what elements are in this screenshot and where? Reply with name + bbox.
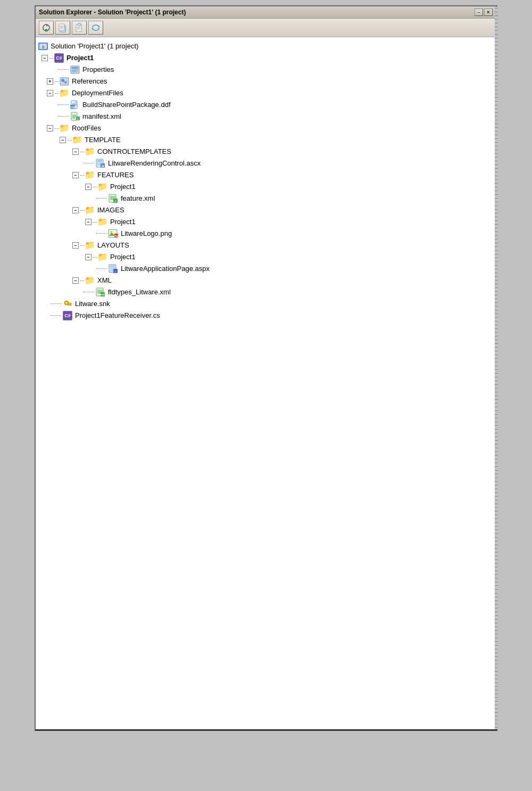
tree-node-template[interactable]: − 📁 TEMPLATE	[38, 134, 494, 146]
tree-node-ddf[interactable]: DDF BuildSharePointPackage.ddf	[38, 99, 494, 111]
layouts-project1-label: Project1	[110, 252, 136, 262]
layouts-project1-folder-icon: 📁	[97, 252, 108, 262]
features-folder-icon: 📁	[85, 170, 95, 180]
copy-button[interactable]	[55, 21, 70, 35]
template-folder-icon: 📁	[72, 135, 82, 145]
manifest-label: manifest.xml	[82, 111, 121, 122]
tree-node-project[interactable]: − C# Project1	[38, 52, 494, 64]
svg-rect-41	[97, 160, 102, 162]
deploymentfiles-label: DeploymentFiles	[72, 88, 123, 98]
tree-node-rootfiles[interactable]: − 📁 RootFiles	[38, 122, 494, 134]
tree-node-manifest[interactable]: ≡ manifest.xml	[38, 111, 494, 122]
tree-node-xml[interactable]: − 📁 XML	[38, 275, 494, 286]
tree-node-layouts-project1[interactable]: − 📁 Project1	[38, 251, 494, 263]
ascx-label: LitwareRenderingControl.ascx	[108, 158, 201, 169]
template-label: TEMPLATE	[85, 135, 121, 145]
features-expand-btn[interactable]: −	[72, 172, 79, 178]
images-label: IMAGES	[97, 205, 124, 216]
svg-text:≡: ≡	[114, 200, 117, 203]
png-label: LitwareLogo.png	[121, 228, 172, 239]
references-expand-btn[interactable]: +	[47, 78, 53, 85]
xml-folder-icon: 📁	[85, 276, 95, 285]
images-project1-expand-btn[interactable]: −	[85, 219, 92, 225]
aspx-label: LitwareApplicationPage.aspx	[121, 263, 210, 274]
tree-node-references[interactable]: + References	[38, 76, 494, 87]
project-label: Project1	[66, 53, 94, 63]
solution-icon: S	[38, 42, 48, 51]
rootfiles-folder-icon: 📁	[59, 123, 70, 133]
sync-button[interactable]	[88, 21, 103, 35]
svg-point-75	[65, 302, 68, 304]
png-icon: PNG	[108, 229, 119, 238]
fldtypes-label: fldtypes_Litware.xml	[108, 287, 171, 298]
svg-rect-78	[68, 304, 69, 306]
tree-node-cs[interactable]: C# Project1FeatureReceiver.cs	[38, 310, 494, 322]
xml-expand-btn[interactable]: −	[72, 277, 79, 284]
svg-marker-13	[92, 28, 93, 30]
images-project1-label: Project1	[110, 217, 136, 227]
csharp-file-icon: C#	[63, 311, 72, 320]
manifest-icon: ≡	[70, 112, 80, 121]
tree-node-aspx[interactable]: ≡ LitwareApplicationPage.aspx	[38, 263, 494, 275]
feature-icon: ≡	[108, 194, 119, 203]
tree-container: S Solution 'Project1' (1 project) − C# P…	[36, 37, 496, 729]
csharp-icon: C#	[54, 53, 64, 63]
paste-button[interactable]	[72, 21, 87, 35]
tree-node-fldtypes[interactable]: XML fldtypes_Litware.xml	[38, 286, 494, 298]
xml-folder-label: XML	[97, 275, 112, 286]
images-expand-btn[interactable]: −	[72, 207, 79, 213]
template-expand-btn[interactable]: −	[60, 137, 66, 143]
snk-label: Litware.snk	[75, 299, 110, 309]
tree-node-features[interactable]: − 📁 FEATURES	[38, 169, 494, 181]
tree-node-controltemplates[interactable]: − 📁 CONTROLTEMPLATES	[38, 146, 494, 158]
layouts-expand-btn[interactable]: −	[72, 242, 79, 249]
title-bar-buttons: – ✕	[475, 9, 493, 16]
tree-node-layouts[interactable]: − 📁 LAYOUTS	[38, 240, 494, 251]
featurexml-label: feature.xml	[121, 193, 155, 204]
refresh-icon	[41, 23, 51, 32]
features-project1-folder-icon: 📁	[97, 182, 108, 192]
svg-rect-8	[78, 23, 81, 26]
sync-icon	[91, 23, 101, 32]
references-label: References	[72, 76, 107, 87]
layouts-folder-icon: 📁	[85, 241, 95, 250]
svg-rect-18	[72, 67, 78, 69]
tree-node-images-project1[interactable]: − 📁 Project1	[38, 216, 494, 228]
svg-point-1	[45, 29, 47, 31]
svg-text:PNG: PNG	[114, 235, 119, 237]
features-label: FEATURES	[97, 170, 134, 180]
tree-node-solution[interactable]: S Solution 'Project1' (1 project)	[38, 40, 494, 52]
svg-rect-77	[70, 304, 71, 306]
tree-node-properties[interactable]: Properties	[38, 64, 494, 76]
ascx-icon: ⊞	[95, 159, 106, 168]
svg-rect-60	[110, 266, 115, 267]
controltemplates-expand-btn[interactable]: −	[72, 149, 79, 155]
references-icon	[59, 77, 70, 86]
tree-node-ascx[interactable]: ⊞ LitwareRenderingControl.ascx	[38, 158, 494, 169]
tree-node-features-project1[interactable]: − 📁 Project1	[38, 181, 494, 193]
tree-node-images[interactable]: − 📁 IMAGES	[38, 204, 494, 216]
copy-icon	[58, 23, 68, 32]
svg-text:DDF: DDF	[70, 106, 75, 109]
deploymentfiles-expand-btn[interactable]: −	[47, 90, 53, 96]
tree-node-snk[interactable]: Litware.snk	[38, 298, 494, 310]
tree-node-deploymentfiles[interactable]: − 📁 DeploymentFiles	[38, 87, 494, 99]
tree-node-featurexml[interactable]: ≡ feature.xml	[38, 193, 494, 204]
cs-label: Project1FeatureReceiver.cs	[75, 310, 160, 321]
toolbar	[36, 19, 496, 37]
controltemplates-label: CONTROLTEMPLATES	[97, 146, 171, 157]
project-expand-btn[interactable]: −	[41, 55, 48, 61]
ddf-label: BuildSharePointPackage.ddf	[82, 100, 171, 110]
pin-button[interactable]: –	[475, 9, 483, 16]
features-project1-expand-btn[interactable]: −	[85, 184, 92, 190]
svg-marker-12	[98, 26, 100, 28]
solution-label: Solution 'Project1' (1 project)	[51, 41, 138, 52]
deploymentfiles-folder-icon: 📁	[59, 88, 70, 98]
close-button[interactable]: ✕	[484, 9, 493, 16]
svg-text:XML: XML	[101, 293, 105, 296]
refresh-button[interactable]	[39, 21, 54, 35]
ddf-icon: DDF	[70, 100, 80, 110]
layouts-project1-expand-btn[interactable]: −	[85, 254, 92, 260]
tree-node-png[interactable]: PNG LitwareLogo.png	[38, 228, 494, 240]
rootfiles-expand-btn[interactable]: −	[47, 125, 53, 131]
